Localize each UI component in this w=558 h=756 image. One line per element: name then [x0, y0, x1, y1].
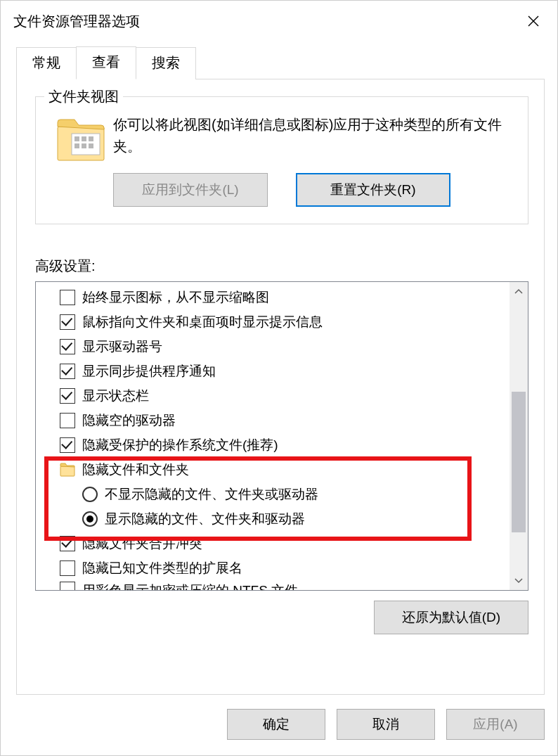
tree-check-item[interactable]: 显示状态栏: [36, 383, 510, 408]
folder-options-dialog: 文件资源管理器选项 常规 查看 搜索 文件夹视图: [0, 0, 558, 756]
apply-to-folders-button[interactable]: 应用到文件夹(L): [113, 173, 268, 207]
checkbox-icon: [60, 560, 75, 576]
tree-check-item[interactable]: 显示驱动器号: [36, 334, 510, 359]
checkbox-icon: [60, 582, 75, 590]
folder-options-icon: [56, 118, 105, 163]
svg-rect-7: [74, 143, 79, 148]
chevron-up-icon: [514, 288, 523, 294]
tree-item-label: 隐藏文件夹合并冲突: [82, 534, 202, 553]
tree-radio-item[interactable]: 显示隐藏的文件、文件夹和驱动器: [36, 506, 510, 531]
tree-check-item[interactable]: 显示同步提供程序通知: [36, 359, 510, 383]
svg-rect-8: [82, 143, 86, 148]
tree-check-item[interactable]: 用彩色显示加密或压缩的 NTFS 文件: [36, 580, 510, 590]
svg-rect-5: [82, 136, 86, 141]
advanced-settings-list: 始终显示图标，从不显示缩略图鼠标指向文件夹和桌面项时显示提示信息显示驱动器号显示…: [35, 281, 528, 591]
tree-check-item[interactable]: 鼠标指向文件夹和桌面项时显示提示信息: [36, 309, 510, 334]
checkbox-icon: [60, 388, 75, 404]
tree-group: 隐藏文件和文件夹: [36, 457, 510, 482]
folder-views-icon-wrap: [48, 114, 113, 163]
tree-check-item[interactable]: 隐藏文件夹合并冲突: [36, 531, 510, 556]
tab-view[interactable]: 查看: [76, 46, 136, 79]
checkbox-icon: [60, 413, 75, 428]
scrollbar-thumb[interactable]: [512, 392, 526, 532]
checkbox-icon: [60, 364, 75, 379]
dialog-buttons: 确定 取消 应用(A): [1, 695, 557, 755]
scrollbar[interactable]: [510, 282, 528, 590]
tree-check-item[interactable]: 隐藏已知文件类型的扩展名: [36, 556, 510, 580]
scroll-up-button[interactable]: [510, 282, 528, 300]
tree-item-label: 始终显示图标，从不显示缩略图: [82, 288, 269, 307]
svg-rect-10: [60, 466, 74, 476]
tree-item-label: 用彩色显示加密或压缩的 NTFS 文件: [82, 582, 298, 590]
tree-item-label: 鼠标指向文件夹和桌面项时显示提示信息: [82, 313, 323, 331]
tree-item-label: 显示隐藏的文件、文件夹和驱动器: [105, 510, 305, 528]
folder-views-description: 你可以将此视图(如详细信息或图标)应用于这种类型的所有文件夹。: [113, 114, 515, 158]
tree-item-label: 不显示隐藏的文件、文件夹或驱动器: [105, 485, 318, 504]
svg-rect-4: [74, 136, 79, 141]
scroll-down-button[interactable]: [510, 572, 528, 590]
scrollbar-track[interactable]: [510, 300, 528, 572]
close-button[interactable]: [518, 7, 549, 35]
tab-body-view: 文件夹视图 你可以将此视图(如详细信息或图标)应用于这种类型的所有文件夹。: [16, 79, 545, 695]
window-title: 文件资源管理器选项: [13, 12, 518, 31]
titlebar: 文件资源管理器选项: [1, 1, 557, 34]
tab-search[interactable]: 搜索: [136, 47, 196, 79]
checkbox-icon: [60, 339, 75, 354]
radio-icon: [82, 511, 98, 527]
chevron-down-icon: [514, 578, 523, 584]
tree-item-label: 显示状态栏: [82, 387, 149, 405]
folder-views-group: 文件夹视图 你可以将此视图(如详细信息或图标)应用于这种类型的所有文件夹。: [35, 96, 528, 224]
tree-item-label: 隐藏已知文件类型的扩展名: [82, 559, 242, 577]
reset-folders-button[interactable]: 重置文件夹(R): [296, 173, 450, 207]
tree-check-item[interactable]: 隐藏空的驱动器: [36, 408, 510, 433]
tree-item-label: 隐藏文件和文件夹: [82, 461, 189, 479]
folder-icon: [60, 462, 75, 478]
radio-icon: [82, 487, 98, 502]
tabstrip: 常规 查看 搜索: [1, 46, 557, 79]
cancel-button[interactable]: 取消: [337, 709, 435, 740]
tab-general[interactable]: 常规: [16, 47, 77, 79]
close-icon: [527, 15, 540, 27]
tree-item-label: 显示同步提供程序通知: [82, 362, 216, 380]
checkbox-icon: [60, 314, 75, 330]
tree-item-label: 显示驱动器号: [82, 338, 162, 356]
svg-rect-6: [89, 136, 93, 141]
folder-views-title: 文件夹视图: [44, 87, 123, 106]
tree-check-item[interactable]: 始终显示图标，从不显示缩略图: [36, 285, 510, 309]
tree-radio-item[interactable]: 不显示隐藏的文件、文件夹或驱动器: [36, 482, 510, 506]
checkbox-icon: [60, 290, 75, 305]
tree-item-label: 隐藏空的驱动器: [82, 411, 176, 430]
apply-button[interactable]: 应用(A): [446, 709, 545, 740]
svg-rect-9: [89, 143, 93, 148]
tree-item-label: 隐藏受保护的操作系统文件(推荐): [82, 436, 278, 454]
checkbox-icon: [60, 536, 75, 551]
ok-button[interactable]: 确定: [227, 709, 325, 740]
restore-defaults-button[interactable]: 还原为默认值(D): [374, 601, 528, 634]
tree-check-item[interactable]: 隐藏受保护的操作系统文件(推荐): [36, 433, 510, 457]
checkbox-icon: [60, 437, 75, 453]
advanced-settings-label: 高级设置:: [35, 257, 528, 276]
